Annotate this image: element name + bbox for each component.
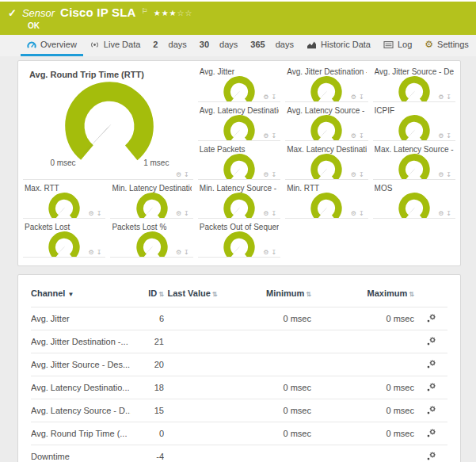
gauge-gear-icon[interactable]: ⚙ [438, 172, 444, 178]
table-row: Avg. Round Trip Time (...00 msec0 msec [31, 422, 447, 445]
gauge-tile[interactable]: Packets Out of Sequence ⚙↧ [198, 219, 280, 258]
column-header-actions [414, 286, 447, 307]
gauge-pin-icon[interactable]: ↧ [97, 211, 102, 217]
channel-settings-gear-icon[interactable] [426, 382, 436, 392]
gauge-tile[interactable]: Min. Latency Source - Destina... ⚙↧ [198, 180, 280, 219]
gauge-pin-icon[interactable]: ↧ [184, 172, 189, 178]
gauge-dial [135, 192, 169, 219]
tab-2-days[interactable]: 2 days [147, 35, 192, 56]
gauge-pin-icon[interactable]: ↧ [184, 211, 189, 217]
channel-name: Avg. Jitter [31, 307, 131, 330]
channel-maximum: 0 msec [311, 422, 414, 445]
column-header-id[interactable]: ID⇅ [131, 286, 164, 307]
gauge-tile[interactable]: Min. Latency Destination - So... ⚙↧ [110, 180, 192, 219]
gauge-pin-icon[interactable]: ↧ [446, 211, 451, 217]
gauge-pin-icon[interactable]: ↧ [446, 94, 451, 101]
column-header-maximum[interactable]: Maximum⇅ [311, 286, 414, 307]
channel-settings-gear-icon[interactable] [426, 359, 436, 369]
gauge-gear-icon[interactable]: ⚙ [176, 250, 181, 256]
gauge-dial [223, 192, 256, 219]
channel-settings-gear-icon[interactable] [426, 405, 436, 415]
gauge-pin-icon[interactable]: ↧ [359, 172, 364, 178]
tab-number: 2 [153, 40, 158, 49]
log-list-icon [383, 40, 394, 49]
gauge-gear-icon[interactable]: ⚙ [176, 211, 181, 217]
tab-365-days[interactable]: 365 days [244, 35, 300, 56]
gauge-tile-main[interactable]: Avg. Round Trip Time (RTT) 0 msec 1 msec… [23, 63, 193, 180]
column-header-minimum[interactable]: Minimum⇅ [221, 286, 311, 307]
page-content: Avg. Round Trip Time (RTT) 0 msec 1 msec… [0, 56, 476, 462]
gauge-pin-icon[interactable]: ↧ [271, 250, 276, 256]
gauge-pin-icon[interactable]: ↧ [446, 133, 451, 139]
table-row: Avg. Jitter60 msec0 msec [31, 307, 447, 330]
sensor-type-label: Sensor [22, 7, 55, 19]
channel-minimum: 0 msec [221, 376, 311, 399]
priority-stars[interactable]: ★★★☆☆ [154, 9, 193, 17]
gauge-dial [310, 192, 343, 219]
gauge-pin-icon[interactable]: ↧ [271, 172, 276, 178]
tab-overview[interactable]: Overview [21, 35, 83, 56]
gauge-gear-icon[interactable]: ⚙ [351, 172, 356, 178]
gauge-gear-icon[interactable]: ⚙ [263, 211, 268, 217]
channel-maximum [311, 353, 414, 376]
sort-icon: ⇅ [158, 291, 164, 298]
gauge-gear-icon[interactable]: ⚙ [263, 250, 268, 256]
gauge-gear-icon[interactable]: ⚙ [351, 133, 356, 139]
channel-settings-gear-icon[interactable] [426, 336, 436, 346]
gauge-gear-icon[interactable]: ⚙ [263, 172, 268, 178]
gauge-pin-icon[interactable]: ↧ [359, 94, 364, 101]
gauge-gear-icon[interactable]: ⚙ [263, 94, 268, 101]
gauge-tile[interactable]: Avg. Latency Source - Destin... ⚙↧ [285, 102, 367, 141]
gauge-pin-icon[interactable]: ↧ [271, 94, 276, 101]
gauge-tile[interactable]: Avg. Latency Destination - So... ⚙↧ [198, 102, 280, 141]
gauge-pin-icon[interactable]: ↧ [184, 250, 189, 256]
gauge-tile[interactable]: Late Packets ⚙↧ [198, 141, 280, 180]
gauge-pin-icon[interactable]: ↧ [271, 211, 276, 217]
tab-log[interactable]: Log [377, 35, 418, 56]
gauge-pin-icon[interactable]: ↧ [359, 211, 364, 217]
gauge-tile[interactable]: Avg. Jitter Source - Destination ⚙↧ [373, 63, 455, 102]
table-row: Downtime-4 [31, 445, 447, 462]
channel-actions-cell [414, 445, 447, 462]
channel-minimum: 0 msec [221, 399, 311, 422]
gauge-tile[interactable]: Max. Latency Destination - So... ⚙↧ [285, 141, 367, 180]
gauge-gear-icon[interactable]: ⚙ [89, 211, 94, 217]
gauge-tile[interactable]: MOS ⚙↧ [373, 180, 455, 219]
gauge-pin-icon[interactable]: ↧ [359, 133, 364, 139]
tab-settings[interactable]: ⚙Settings [418, 35, 475, 56]
gauge-pin-icon[interactable]: ↧ [271, 133, 276, 139]
tab-30-days[interactable]: 30 days [193, 35, 245, 56]
gauge-gear-icon[interactable]: ⚙ [263, 133, 268, 139]
column-header-last-value[interactable]: Last Value⇅ [164, 286, 221, 307]
gauge-gear-icon[interactable]: ⚙ [89, 250, 94, 256]
gauge-pin-icon[interactable]: ↧ [97, 250, 102, 256]
gauge-gear-icon[interactable]: ⚙ [438, 133, 444, 139]
tab-live-data[interactable]: Live Data [83, 35, 147, 56]
pause-flag-icon[interactable]: ⚐ [142, 7, 148, 15]
channel-settings-gear-icon[interactable] [426, 313, 436, 323]
channel-settings-gear-icon[interactable] [426, 451, 436, 461]
status-ok-check-icon: ✓ [8, 7, 17, 19]
gauge-tile[interactable]: Max. RTT ⚙↧ [23, 180, 105, 219]
gauge-gear-icon[interactable]: ⚙ [351, 211, 356, 217]
gauge-dial [398, 75, 431, 102]
tab-historic-data[interactable]: Historic Data [300, 35, 377, 56]
channel-settings-gear-icon[interactable] [426, 428, 436, 438]
gauge-title: Avg. Round Trip Time (RTT) [29, 70, 190, 79]
gauge-tile[interactable]: Min. RTT ⚙↧ [285, 180, 367, 219]
gauge-dial [310, 75, 343, 102]
gauge-tile[interactable]: Packets Lost % ⚙↧ [110, 219, 192, 258]
gauge-tile[interactable]: Packets Lost ⚙↧ [23, 219, 105, 258]
gauge-gear-icon[interactable]: ⚙ [438, 211, 444, 217]
column-header-channel[interactable]: Channel▼ [31, 286, 131, 307]
gauge-gear-icon[interactable]: ⚙ [351, 94, 356, 101]
gauge-tile[interactable]: Avg. Jitter Destination - Source ⚙↧ [285, 63, 367, 102]
gauge-tile[interactable]: Avg. Jitter ⚙↧ [198, 63, 280, 102]
channel-maximum: 0 msec [311, 376, 414, 399]
gauge-tile[interactable]: Max. Latency Source - Destin... ⚙↧ [373, 141, 455, 180]
gauge-pin-icon[interactable]: ↧ [446, 172, 451, 178]
gauge-gear-icon[interactable]: ⚙ [176, 172, 181, 178]
table-row: Avg. Jitter Source - Des...20 [31, 353, 447, 376]
gauge-tile[interactable]: ICPIF ⚙↧ [373, 102, 455, 141]
gauge-gear-icon[interactable]: ⚙ [438, 94, 444, 101]
